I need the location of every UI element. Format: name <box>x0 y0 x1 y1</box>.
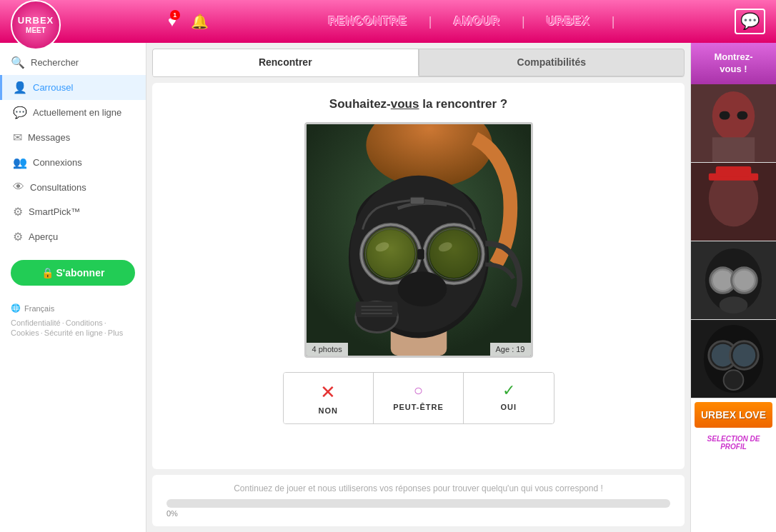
cookies-link[interactable]: Cookies <box>11 328 39 337</box>
consultations-icon: 👁 <box>13 181 24 194</box>
svg-point-40 <box>713 270 733 290</box>
notification-badge: 1 <box>170 10 180 20</box>
sidebar-label-online: Actuellement en ligne <box>33 107 121 118</box>
profile-thumb-2[interactable] <box>691 163 776 241</box>
svg-point-50 <box>724 370 744 390</box>
nav-divider-2: | <box>522 14 525 29</box>
profile-selection-label: SELECTION DE PROFIL <box>691 431 776 454</box>
svg-point-27 <box>712 91 755 141</box>
carousel-icon: 👤 <box>13 81 27 94</box>
bell-icon: 🔔 <box>191 14 209 29</box>
messages-icon: ✉ <box>13 131 22 144</box>
subscribe-button[interactable]: 🔒 S'abonner <box>11 260 135 286</box>
svg-point-43 <box>720 296 748 313</box>
conditions-link[interactable]: Conditions <box>66 318 103 327</box>
privacy-link[interactable]: Confidentialité <box>11 318 61 327</box>
cross-icon: ✕ <box>320 381 336 403</box>
chat-icon-btn[interactable]: 💬 <box>735 9 765 34</box>
more-link[interactable]: Plus <box>108 328 123 337</box>
sidebar-item-messages[interactable]: ✉ Messages <box>0 125 146 150</box>
svg-rect-20 <box>355 301 397 317</box>
svg-rect-25 <box>410 197 424 204</box>
sidebar-item-connexions[interactable]: 👥 Connexions <box>0 150 146 175</box>
dot-4: · <box>104 328 106 337</box>
progress-bar-container <box>166 499 670 508</box>
svg-rect-34 <box>716 166 752 177</box>
search-icon: 🔍 <box>11 56 25 69</box>
profile-card: Souhaitez-vous la rencontrer ? <box>152 83 685 469</box>
non-label: NON <box>318 406 337 415</box>
sidebar-item-carousel[interactable]: 👤 Carrousel <box>0 75 146 100</box>
svg-rect-29 <box>720 111 730 119</box>
sidebar-label-carousel: Carrousel <box>33 82 73 93</box>
profile-thumb-1[interactable] <box>691 84 776 163</box>
action-peut-etre[interactable]: ○ PEUT-ÊTRE <box>374 373 464 423</box>
profile-image <box>307 124 531 356</box>
heart-icon-btn[interactable]: ♥ 1 <box>168 14 176 30</box>
sidebar-footer: 🌐 Français Confidentialité · Conditions … <box>0 296 146 344</box>
bottom-message: Continuez de jouer et nous utiliserons v… <box>152 475 685 526</box>
sidebar-label-apercu: Aperçu <box>29 231 58 242</box>
apercu-icon: ⚙ <box>13 230 23 244</box>
sidebar-item-smartpick[interactable]: ⚙ SmartPick™ <box>0 199 146 224</box>
search-item[interactable]: 🔍 Rechercher <box>0 50 146 75</box>
header-nav: RENCONTRE | AMOUR | URBEX | <box>209 14 735 29</box>
nav-amour[interactable]: AMOUR <box>454 15 500 28</box>
security-link[interactable]: Sécurité en ligne <box>44 328 103 337</box>
sidebar-item-online[interactable]: 💬 Actuellement en ligne <box>0 100 146 125</box>
sidebar-item-apercu[interactable]: ⚙ Aperçu <box>0 224 146 249</box>
thumb-image-2 <box>691 163 776 241</box>
nav-urbex[interactable]: URBEX <box>547 15 590 28</box>
sidebar-item-consultations[interactable]: 👁 Consultations <box>0 175 146 199</box>
nav-rencontre[interactable]: RENCONTRE <box>329 15 407 28</box>
profile-thumbnails <box>691 84 776 398</box>
profile-thumb-4[interactable] <box>691 320 776 398</box>
tab-rencontrer[interactable]: Rencontrer <box>152 49 419 76</box>
header: URBEX MEET ♥ 1 🔔 RENCONTRE | AMOUR | URB… <box>0 0 776 43</box>
bottom-text: Continuez de jouer et nous utiliserons v… <box>166 483 670 493</box>
online-icon: 💬 <box>13 106 27 119</box>
svg-point-49 <box>733 343 756 366</box>
tabs-bar: Rencontrer Compatibilités <box>152 49 685 77</box>
action-non[interactable]: ✕ NON <box>284 373 374 423</box>
sidebar-label-messages: Messages <box>28 132 70 143</box>
tab-compatibilites[interactable]: Compatibilités <box>419 49 685 76</box>
peut-etre-label: PEUT-ÊTRE <box>393 403 444 411</box>
svg-point-42 <box>734 270 754 290</box>
progress-label: 0% <box>166 509 670 518</box>
show-yourself-button[interactable]: Montrez-vous ! <box>691 43 776 84</box>
profile-question: Souhaitez-vous la rencontrer ? <box>329 97 507 111</box>
dot-2: · <box>104 318 106 327</box>
header-right: 💬 <box>735 9 765 34</box>
svg-point-8 <box>367 230 414 278</box>
logo-area: URBEX MEET <box>11 0 154 46</box>
dot-3: · <box>41 328 43 337</box>
search-label: Rechercher <box>31 57 79 68</box>
bell-icon-btn[interactable]: 🔔 <box>191 13 209 30</box>
thumb-image-1 <box>691 84 776 162</box>
svg-rect-18 <box>417 249 424 260</box>
sidebar-label-consultations: Consultations <box>30 182 86 193</box>
language-label: Français <box>24 304 54 313</box>
profile-thumb-3[interactable] <box>691 241 776 320</box>
content-area: Rencontrer Compatibilités Souhaitez-vous… <box>146 43 690 532</box>
thumb-image-3 <box>691 241 776 319</box>
right-panel: Montrez-vous ! <box>690 43 776 532</box>
site-logo: URBEX MEET <box>11 0 61 50</box>
main-layout: 🔍 Rechercher 👤 Carrousel 💬 Actuellement … <box>0 43 776 532</box>
sidebar: 🔍 Rechercher 👤 Carrousel 💬 Actuellement … <box>0 43 146 532</box>
svg-point-14 <box>429 230 477 278</box>
header-icons: ♥ 1 🔔 <box>168 13 209 30</box>
thumb-image-4 <box>691 320 776 398</box>
sidebar-label-connexions: Connexions <box>33 157 82 168</box>
language-selector[interactable]: 🌐 Français <box>11 303 135 313</box>
photo-count-badge: 4 photos <box>307 343 348 356</box>
oui-label: OUI <box>501 403 517 411</box>
profile-image-container: 4 photos Age : 19 <box>304 122 533 358</box>
nav-divider-1: | <box>429 14 432 29</box>
svg-rect-28 <box>712 137 755 162</box>
urbex-love-button[interactable]: URBEX LOVE <box>695 402 772 428</box>
action-oui[interactable]: ✓ OUI <box>464 373 553 423</box>
smartpick-icon: ⚙ <box>13 205 23 219</box>
footer-links: Confidentialité · Conditions · Cookies ·… <box>11 318 135 337</box>
